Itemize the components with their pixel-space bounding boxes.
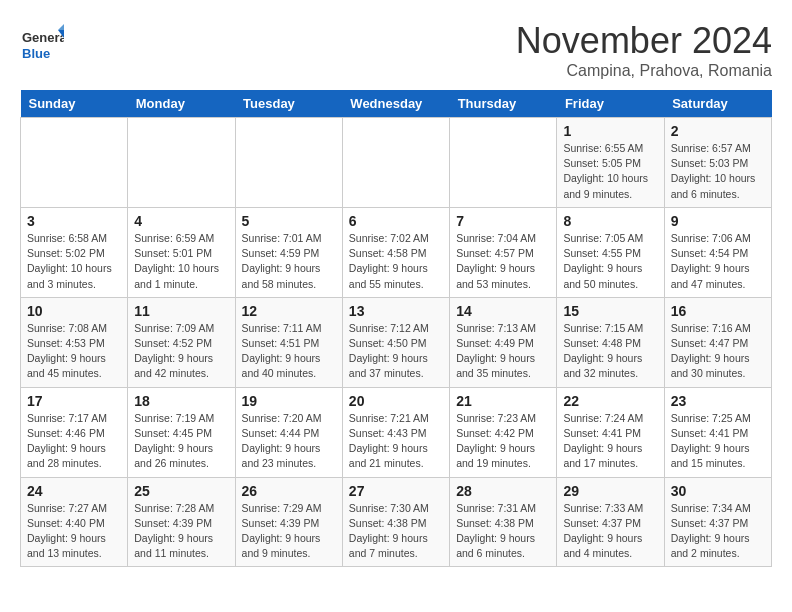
day-info: Sunrise: 7:13 AM Sunset: 4:49 PM Dayligh… — [456, 321, 550, 382]
calendar-cell: 5Sunrise: 7:01 AM Sunset: 4:59 PM Daylig… — [235, 207, 342, 297]
day-info: Sunrise: 6:55 AM Sunset: 5:05 PM Dayligh… — [563, 141, 657, 202]
calendar-cell: 27Sunrise: 7:30 AM Sunset: 4:38 PM Dayli… — [342, 477, 449, 567]
day-info: Sunrise: 7:19 AM Sunset: 4:45 PM Dayligh… — [134, 411, 228, 472]
calendar-cell: 14Sunrise: 7:13 AM Sunset: 4:49 PM Dayli… — [450, 297, 557, 387]
day-info: Sunrise: 7:34 AM Sunset: 4:37 PM Dayligh… — [671, 501, 765, 562]
calendar-cell: 21Sunrise: 7:23 AM Sunset: 4:42 PM Dayli… — [450, 387, 557, 477]
day-info: Sunrise: 7:21 AM Sunset: 4:43 PM Dayligh… — [349, 411, 443, 472]
day-number: 21 — [456, 393, 550, 409]
calendar-cell: 26Sunrise: 7:29 AM Sunset: 4:39 PM Dayli… — [235, 477, 342, 567]
logo: General Blue — [20, 20, 64, 64]
day-info: Sunrise: 7:23 AM Sunset: 4:42 PM Dayligh… — [456, 411, 550, 472]
day-number: 3 — [27, 213, 121, 229]
calendar-cell: 8Sunrise: 7:05 AM Sunset: 4:55 PM Daylig… — [557, 207, 664, 297]
day-number: 15 — [563, 303, 657, 319]
calendar-cell: 23Sunrise: 7:25 AM Sunset: 4:41 PM Dayli… — [664, 387, 771, 477]
calendar-cell: 16Sunrise: 7:16 AM Sunset: 4:47 PM Dayli… — [664, 297, 771, 387]
day-number: 6 — [349, 213, 443, 229]
svg-text:General: General — [22, 30, 64, 45]
day-number: 4 — [134, 213, 228, 229]
day-info: Sunrise: 6:58 AM Sunset: 5:02 PM Dayligh… — [27, 231, 121, 292]
day-number: 13 — [349, 303, 443, 319]
calendar-week-1: 1Sunrise: 6:55 AM Sunset: 5:05 PM Daylig… — [21, 118, 772, 208]
day-number: 22 — [563, 393, 657, 409]
calendar-cell: 25Sunrise: 7:28 AM Sunset: 4:39 PM Dayli… — [128, 477, 235, 567]
day-info: Sunrise: 7:31 AM Sunset: 4:38 PM Dayligh… — [456, 501, 550, 562]
day-info: Sunrise: 7:02 AM Sunset: 4:58 PM Dayligh… — [349, 231, 443, 292]
day-number: 25 — [134, 483, 228, 499]
calendar-cell: 1Sunrise: 6:55 AM Sunset: 5:05 PM Daylig… — [557, 118, 664, 208]
calendar-cell — [450, 118, 557, 208]
day-number: 30 — [671, 483, 765, 499]
calendar-cell: 22Sunrise: 7:24 AM Sunset: 4:41 PM Dayli… — [557, 387, 664, 477]
calendar-cell: 24Sunrise: 7:27 AM Sunset: 4:40 PM Dayli… — [21, 477, 128, 567]
calendar-table: SundayMondayTuesdayWednesdayThursdayFrid… — [20, 90, 772, 567]
calendar-cell: 4Sunrise: 6:59 AM Sunset: 5:01 PM Daylig… — [128, 207, 235, 297]
day-number: 27 — [349, 483, 443, 499]
day-info: Sunrise: 7:24 AM Sunset: 4:41 PM Dayligh… — [563, 411, 657, 472]
day-info: Sunrise: 7:11 AM Sunset: 4:51 PM Dayligh… — [242, 321, 336, 382]
day-header-monday: Monday — [128, 90, 235, 118]
calendar-cell: 28Sunrise: 7:31 AM Sunset: 4:38 PM Dayli… — [450, 477, 557, 567]
day-number: 18 — [134, 393, 228, 409]
day-header-thursday: Thursday — [450, 90, 557, 118]
calendar-cell: 17Sunrise: 7:17 AM Sunset: 4:46 PM Dayli… — [21, 387, 128, 477]
day-info: Sunrise: 7:28 AM Sunset: 4:39 PM Dayligh… — [134, 501, 228, 562]
calendar-cell — [342, 118, 449, 208]
page-header: General Blue November 2024 Campina, Prah… — [20, 20, 772, 80]
calendar-cell: 18Sunrise: 7:19 AM Sunset: 4:45 PM Dayli… — [128, 387, 235, 477]
day-info: Sunrise: 6:59 AM Sunset: 5:01 PM Dayligh… — [134, 231, 228, 292]
day-info: Sunrise: 7:29 AM Sunset: 4:39 PM Dayligh… — [242, 501, 336, 562]
day-number: 5 — [242, 213, 336, 229]
day-info: Sunrise: 7:06 AM Sunset: 4:54 PM Dayligh… — [671, 231, 765, 292]
day-info: Sunrise: 7:12 AM Sunset: 4:50 PM Dayligh… — [349, 321, 443, 382]
day-number: 7 — [456, 213, 550, 229]
day-info: Sunrise: 6:57 AM Sunset: 5:03 PM Dayligh… — [671, 141, 765, 202]
svg-marker-3 — [58, 24, 64, 30]
day-number: 9 — [671, 213, 765, 229]
calendar-cell: 7Sunrise: 7:04 AM Sunset: 4:57 PM Daylig… — [450, 207, 557, 297]
day-number: 12 — [242, 303, 336, 319]
svg-text:Blue: Blue — [22, 46, 50, 61]
day-number: 1 — [563, 123, 657, 139]
calendar-cell: 2Sunrise: 6:57 AM Sunset: 5:03 PM Daylig… — [664, 118, 771, 208]
day-info: Sunrise: 7:08 AM Sunset: 4:53 PM Dayligh… — [27, 321, 121, 382]
day-info: Sunrise: 7:05 AM Sunset: 4:55 PM Dayligh… — [563, 231, 657, 292]
calendar-cell — [128, 118, 235, 208]
calendar-week-5: 24Sunrise: 7:27 AM Sunset: 4:40 PM Dayli… — [21, 477, 772, 567]
calendar-week-2: 3Sunrise: 6:58 AM Sunset: 5:02 PM Daylig… — [21, 207, 772, 297]
day-info: Sunrise: 7:30 AM Sunset: 4:38 PM Dayligh… — [349, 501, 443, 562]
day-number: 20 — [349, 393, 443, 409]
calendar-cell: 11Sunrise: 7:09 AM Sunset: 4:52 PM Dayli… — [128, 297, 235, 387]
calendar-cell: 20Sunrise: 7:21 AM Sunset: 4:43 PM Dayli… — [342, 387, 449, 477]
calendar-week-3: 10Sunrise: 7:08 AM Sunset: 4:53 PM Dayli… — [21, 297, 772, 387]
calendar-cell: 9Sunrise: 7:06 AM Sunset: 4:54 PM Daylig… — [664, 207, 771, 297]
day-info: Sunrise: 7:33 AM Sunset: 4:37 PM Dayligh… — [563, 501, 657, 562]
day-number: 14 — [456, 303, 550, 319]
day-number: 23 — [671, 393, 765, 409]
day-info: Sunrise: 7:25 AM Sunset: 4:41 PM Dayligh… — [671, 411, 765, 472]
location: Campina, Prahova, Romania — [516, 62, 772, 80]
calendar-cell: 13Sunrise: 7:12 AM Sunset: 4:50 PM Dayli… — [342, 297, 449, 387]
day-info: Sunrise: 7:04 AM Sunset: 4:57 PM Dayligh… — [456, 231, 550, 292]
day-header-saturday: Saturday — [664, 90, 771, 118]
day-number: 10 — [27, 303, 121, 319]
day-number: 2 — [671, 123, 765, 139]
calendar-cell: 6Sunrise: 7:02 AM Sunset: 4:58 PM Daylig… — [342, 207, 449, 297]
day-info: Sunrise: 7:27 AM Sunset: 4:40 PM Dayligh… — [27, 501, 121, 562]
day-number: 8 — [563, 213, 657, 229]
day-header-sunday: Sunday — [21, 90, 128, 118]
day-info: Sunrise: 7:15 AM Sunset: 4:48 PM Dayligh… — [563, 321, 657, 382]
calendar-cell: 15Sunrise: 7:15 AM Sunset: 4:48 PM Dayli… — [557, 297, 664, 387]
day-info: Sunrise: 7:20 AM Sunset: 4:44 PM Dayligh… — [242, 411, 336, 472]
day-number: 28 — [456, 483, 550, 499]
calendar-cell: 10Sunrise: 7:08 AM Sunset: 4:53 PM Dayli… — [21, 297, 128, 387]
calendar-cell — [235, 118, 342, 208]
calendar-cell: 30Sunrise: 7:34 AM Sunset: 4:37 PM Dayli… — [664, 477, 771, 567]
day-number: 17 — [27, 393, 121, 409]
day-number: 29 — [563, 483, 657, 499]
day-header-friday: Friday — [557, 90, 664, 118]
month-title: November 2024 — [516, 20, 772, 62]
calendar-cell: 12Sunrise: 7:11 AM Sunset: 4:51 PM Dayli… — [235, 297, 342, 387]
calendar-cell: 3Sunrise: 6:58 AM Sunset: 5:02 PM Daylig… — [21, 207, 128, 297]
